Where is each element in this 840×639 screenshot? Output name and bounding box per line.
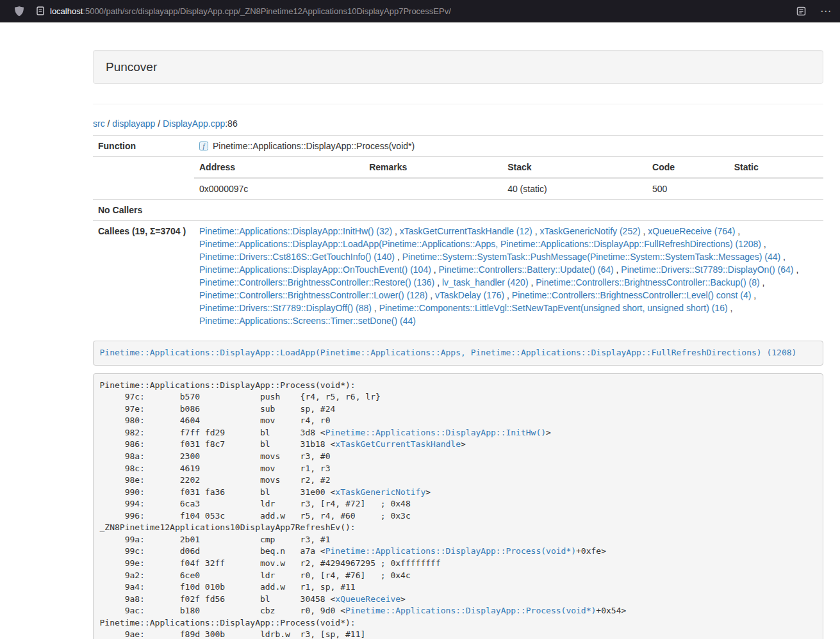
function-label: Function (93, 136, 194, 157)
code-symbol-link[interactable]: Pinetime::Applications::DisplayApp::Proc… (325, 546, 576, 556)
callees-row: Callees (19, Σ=3704 ) Pinetime::Applicat… (93, 221, 823, 332)
reader-view-icon[interactable] (796, 6, 806, 16)
selected-callee-box: Pinetime::Applications::DisplayApp::Load… (93, 341, 823, 366)
column-header-address: Address (194, 157, 364, 178)
callee-link[interactable]: Pinetime::Controllers::BrightnessControl… (199, 290, 427, 300)
callee-link[interactable]: Pinetime::Drivers::St7789::DisplayOff() … (199, 303, 372, 313)
address-value: 0x0000097c (194, 178, 364, 199)
callee-link[interactable]: Pinetime::Applications::DisplayApp::Init… (199, 226, 392, 236)
column-header-static: Static (729, 157, 823, 178)
callees-line: Pinetime::Controllers::BrightnessControl… (199, 276, 818, 289)
column-header-stack: Stack (502, 157, 647, 178)
callees-label: Callees (19, Σ=3704 ) (93, 221, 194, 332)
callees-line: Pinetime::Applications::DisplayApp::Load… (199, 238, 818, 250)
callees-line: Pinetime::Applications::DisplayApp::Init… (199, 225, 818, 238)
callers-cell (194, 200, 823, 221)
callee-link[interactable]: Pinetime::Applications::DisplayApp::OnTo… (199, 264, 431, 275)
breadcrumb-link[interactable]: src (93, 118, 105, 129)
code-symbol-link[interactable]: Pinetime::Applications::DisplayApp::Init… (325, 428, 546, 437)
app-title: Puncover (106, 60, 811, 74)
callee-link[interactable]: Pinetime::System::SystemTask::PushMessag… (402, 252, 781, 262)
callee-link[interactable]: Pinetime::Controllers::BrightnessControl… (536, 277, 759, 287)
no-callers-label: No Callers (93, 200, 194, 221)
callee-link[interactable]: Pinetime::Applications::DisplayApp::Load… (199, 239, 761, 249)
static-value (729, 178, 823, 199)
selected-callee-link[interactable]: Pinetime::Applications::DisplayApp::Load… (100, 348, 797, 357)
callees-cell: Pinetime::Applications::DisplayApp::Init… (194, 221, 823, 332)
callees-line: Pinetime::Drivers::St7789::DisplayOff() … (199, 302, 818, 314)
url-path: :5000/path/src/displayapp/DisplayApp.cpp… (83, 6, 451, 16)
stats-row: Address Remarks Stack Code Static 0x0000… (93, 157, 823, 200)
breadcrumb-link[interactable]: DisplayApp.cpp (163, 118, 225, 129)
callee-link[interactable]: Pinetime::Controllers::BrightnessControl… (512, 290, 751, 300)
callee-link[interactable]: xQueueReceive (764) (648, 226, 735, 236)
column-header-remarks: Remarks (364, 157, 502, 178)
callees-line: Pinetime::Controllers::BrightnessControl… (199, 289, 818, 302)
function-row: Function f Pinetime::Applications::Displ… (93, 136, 823, 157)
callees-line: Pinetime::Applications::Screens::Timer::… (199, 314, 818, 327)
url-host: localhost (50, 6, 83, 16)
callee-link[interactable]: vTaskDelay (176) (435, 290, 504, 300)
function-icon: f (199, 142, 208, 150)
app-header-panel: Puncover (93, 50, 823, 84)
callee-link[interactable]: Pinetime::Components::LittleVgl::SetNewT… (379, 303, 728, 313)
stats-table: Address Remarks Stack Code Static 0x0000… (194, 157, 823, 199)
stack-value: 40 (static) (502, 178, 647, 199)
divider (93, 104, 823, 104)
callee-link[interactable]: Pinetime::Drivers::Cst816S::GetTouchInfo… (199, 252, 395, 262)
browser-toolbar: localhost:5000/path/src/displayapp/Displ… (0, 0, 840, 22)
page-content: Puncover src / displayapp / DisplayApp.c… (93, 22, 823, 639)
callee-link[interactable]: xTaskGetCurrentTaskHandle (12) (400, 226, 532, 236)
column-header-code: Code (647, 157, 729, 178)
no-callers-row: No Callers (93, 200, 823, 221)
callees-line: Pinetime::Applications::DisplayApp::OnTo… (199, 263, 818, 276)
callee-link[interactable]: xTaskGenericNotify (252) (539, 226, 640, 236)
callee-link[interactable]: Pinetime::Controllers::Battery::Update()… (439, 264, 614, 275)
tracking-protection-shield-icon[interactable] (14, 6, 24, 17)
callee-link[interactable]: Pinetime::Drivers::St7789::DisplayOn() (… (621, 264, 793, 275)
callee-link[interactable]: Pinetime::Applications::Screens::Timer::… (199, 316, 416, 326)
stats-values-row: 0x0000097c 40 (static) 500 (194, 178, 823, 199)
code-symbol-link[interactable]: xTaskGenericNotify (335, 487, 425, 497)
code-value: 500 (647, 178, 729, 199)
code-symbol-link[interactable]: Pinetime::Applications::DisplayApp::Proc… (345, 606, 596, 615)
code-symbol-link[interactable]: xQueueReceive (335, 594, 400, 604)
remarks-value (364, 178, 502, 199)
callees-line: Pinetime::Drivers::Cst816S::GetTouchInfo… (199, 250, 818, 263)
page-actions-menu-icon[interactable]: ⋯ (820, 6, 831, 17)
code-symbol-link[interactable]: xTaskGetCurrentTaskHandle (335, 439, 461, 449)
url-bar[interactable]: localhost:5000/path/src/displayapp/Displ… (37, 6, 796, 16)
disassembly: Pinetime::Applications::DisplayApp::Proc… (93, 373, 823, 639)
symbol-table: Function f Pinetime::Applications::Displ… (93, 135, 823, 331)
page-info-icon[interactable] (37, 6, 44, 15)
callee-link[interactable]: lv_task_handler (420) (442, 277, 529, 287)
breadcrumb: src / displayapp / DisplayApp.cpp:86 (93, 117, 823, 130)
callee-link[interactable]: Pinetime::Controllers::BrightnessControl… (199, 277, 434, 287)
function-name: Pinetime::Applications::DisplayApp::Proc… (213, 140, 415, 152)
breadcrumb-link[interactable]: displayapp (112, 118, 155, 129)
